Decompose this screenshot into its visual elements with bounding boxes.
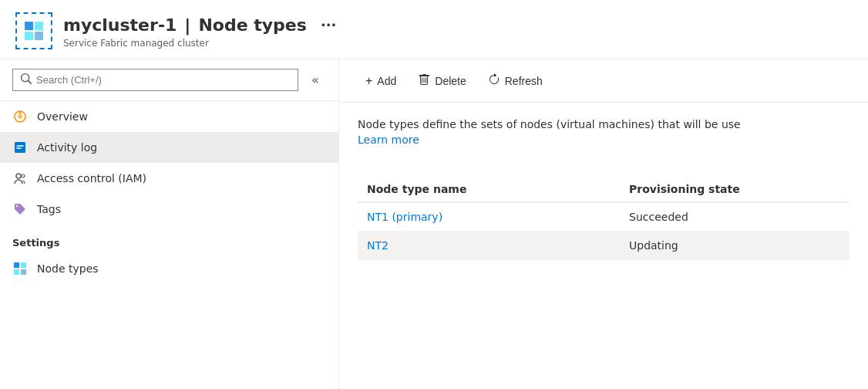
collapse-sidebar-button[interactable]: « xyxy=(304,69,326,91)
app-container: mycluster-1 | Node types ··· Service Fab… xyxy=(0,0,868,389)
header-subtitle: Service Fabric managed cluster xyxy=(63,38,342,49)
refresh-icon xyxy=(488,73,500,88)
col-header-provisioning-state: Provisioning state xyxy=(620,177,849,202)
refresh-button[interactable]: Refresh xyxy=(477,67,553,94)
sidebar-item-label-activity-log: Activity log xyxy=(37,141,97,154)
node-type-name-nt2[interactable]: NT2 xyxy=(358,232,620,260)
add-icon: + xyxy=(365,74,372,88)
cluster-name: mycluster-1 xyxy=(63,15,177,35)
page-title: mycluster-1 | Node types ··· xyxy=(63,14,342,36)
sidebar-item-label-node-types: Node types xyxy=(37,262,99,275)
delete-button[interactable]: Delete xyxy=(407,67,476,94)
access-control-icon xyxy=(12,171,28,186)
main-layout: « Overview xyxy=(0,59,868,389)
search-input-wrap[interactable] xyxy=(12,69,298,91)
svg-point-5 xyxy=(18,114,22,119)
title-separator: | xyxy=(184,15,190,35)
settings-section-header: Settings xyxy=(0,225,338,253)
header-text: mycluster-1 | Node types ··· Service Fab… xyxy=(63,14,342,49)
search-bar: « xyxy=(0,59,338,101)
table-body: NT1 (primary) Succeeded NT2 Updating xyxy=(358,202,849,260)
cluster-icon xyxy=(15,12,52,49)
header-menu-button[interactable]: ··· xyxy=(315,14,343,36)
provisioning-state-nt1: Succeeded xyxy=(620,202,849,232)
overview-icon xyxy=(12,109,28,124)
svg-rect-2 xyxy=(25,32,33,40)
search-icon xyxy=(21,73,32,86)
sidebar-item-label-tags: Tags xyxy=(37,203,61,215)
svg-point-7 xyxy=(16,174,21,178)
sidebar-item-activity-log[interactable]: Activity log xyxy=(0,132,338,163)
learn-more-link[interactable]: Learn more xyxy=(358,134,419,146)
svg-rect-13 xyxy=(21,269,26,275)
svg-point-8 xyxy=(22,174,25,178)
page-name: Node types xyxy=(198,15,306,35)
svg-rect-11 xyxy=(21,262,26,268)
svg-rect-0 xyxy=(25,22,33,30)
svg-rect-1 xyxy=(35,22,43,30)
activity-log-icon xyxy=(12,140,28,155)
toolbar: + Add Delete xyxy=(339,59,868,103)
svg-rect-3 xyxy=(35,32,43,40)
node-type-name-nt1[interactable]: NT1 (primary) xyxy=(358,202,620,232)
description-text: Node types define the sets of nodes (vir… xyxy=(358,118,849,130)
sidebar-item-node-types[interactable]: Node types xyxy=(0,253,338,284)
sidebar-item-overview[interactable]: Overview xyxy=(0,101,338,132)
table-header: Node type name Provisioning state xyxy=(358,177,849,202)
sidebar-item-access-control[interactable]: Access control (IAM) xyxy=(0,163,338,194)
node-types-table: Node type name Provisioning state NT1 (p… xyxy=(358,177,849,260)
sidebar: « Overview xyxy=(0,59,339,389)
svg-rect-10 xyxy=(14,262,19,268)
sidebar-item-label-access-control: Access control (IAM) xyxy=(37,172,146,184)
content-panel: + Add Delete xyxy=(339,59,868,389)
provisioning-state-nt2: Updating xyxy=(620,232,849,260)
svg-rect-6 xyxy=(15,142,25,153)
table-row[interactable]: NT2 Updating xyxy=(358,232,849,260)
table-row[interactable]: NT1 (primary) Succeeded xyxy=(358,202,849,232)
content-area: Node types define the sets of nodes (vir… xyxy=(339,103,868,389)
sidebar-item-tags[interactable]: Tags xyxy=(0,194,338,225)
node-types-icon xyxy=(12,261,28,276)
svg-point-9 xyxy=(16,205,18,207)
search-input[interactable] xyxy=(36,74,290,86)
tags-icon xyxy=(12,201,28,217)
delete-icon xyxy=(418,73,430,88)
sidebar-item-label-overview: Overview xyxy=(37,110,88,123)
add-button[interactable]: + Add xyxy=(355,68,407,94)
col-header-node-type-name: Node type name xyxy=(358,177,620,202)
header: mycluster-1 | Node types ··· Service Fab… xyxy=(0,0,868,59)
svg-rect-12 xyxy=(14,269,19,275)
